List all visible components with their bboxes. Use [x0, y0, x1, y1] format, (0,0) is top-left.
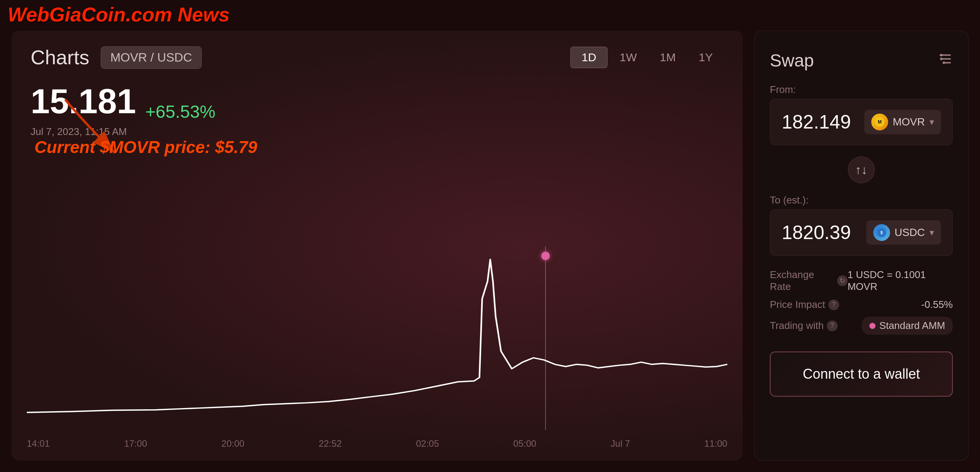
amm-dot [869, 323, 875, 329]
x-label-5: 05:00 [513, 438, 536, 449]
x-label-3: 22:52 [319, 438, 342, 449]
swap-direction-button[interactable]: ↑↓ [770, 156, 953, 183]
x-label-1: 17:00 [124, 438, 147, 449]
from-token-chevron: ▾ [929, 117, 934, 127]
from-token-name: MOVR [893, 116, 925, 128]
connect-wallet-button[interactable]: Connect to a wallet [770, 352, 953, 397]
price-impact-help[interactable]: ? [828, 299, 839, 310]
amm-label: Standard AMM [879, 320, 945, 332]
chart-vertical-line [545, 246, 546, 430]
trading-with-row: Trading with ? Standard AMM [770, 317, 953, 335]
timeframe-buttons: 1D 1W 1M 1Y [570, 47, 724, 68]
from-token-selector[interactable]: M MOVR ▾ [864, 110, 941, 134]
from-amount: 182.149 [782, 111, 851, 133]
timeframe-1y[interactable]: 1Y [688, 47, 724, 68]
svg-point-5 [942, 61, 945, 64]
price-impact-row: Price Impact ? -0.55% [770, 299, 953, 311]
svg-point-4 [940, 57, 943, 60]
to-token-chevron: ▾ [929, 227, 934, 238]
to-section: To (est.): 1820.39 $ USDC ▾ [770, 194, 953, 256]
site-header: WebGiaCoin.com News [0, 0, 237, 29]
to-label: To (est.): [770, 194, 953, 206]
from-label: From: [770, 84, 953, 96]
price-date: Jul 7, 2023, 11:15 AM [31, 126, 724, 138]
swap-header: Swap [770, 50, 953, 71]
x-label-2: 20:00 [221, 438, 244, 449]
swap-arrow-icon: ↑↓ [855, 163, 867, 177]
timeframe-1m[interactable]: 1M [649, 47, 687, 68]
trading-with-help[interactable]: ? [827, 321, 838, 331]
swap-info: Exchange Rate ↻ 1 USDC = 0.1001 MOVR Pri… [770, 269, 953, 335]
charts-panel: Charts MOVR / USDC 1D 1W 1M 1Y 15.181 +6… [11, 31, 743, 461]
swap-arrow-circle[interactable]: ↑↓ [848, 156, 875, 183]
price-annotation: Current $MOVR price: $5.79 [34, 138, 257, 157]
timeframe-1d[interactable]: 1D [570, 47, 607, 68]
from-section: From: 182.149 M MOVR ▾ [770, 84, 953, 145]
site-title: WebGiaCoin.com News [8, 3, 230, 26]
price-impact-label: Price Impact ? [770, 299, 839, 311]
to-token-selector[interactable]: $ USDC ▾ [866, 220, 941, 245]
exchange-rate-help[interactable]: ↻ [837, 275, 848, 286]
pair-badge[interactable]: MOVR / USDC [101, 46, 201, 69]
trading-with-label: Trading with ? [770, 320, 838, 332]
main-layout: Charts MOVR / USDC 1D 1W 1M 1Y 15.181 +6… [11, 31, 969, 461]
exchange-rate-label: Exchange Rate ↻ [770, 269, 848, 293]
amm-badge: Standard AMM [862, 317, 953, 335]
chart-area: 14:01 17:00 20:00 22:52 02:05 05:00 Jul … [27, 246, 727, 430]
svg-text:$: $ [880, 230, 883, 235]
settings-icon[interactable] [938, 51, 953, 70]
price-section: 15.181 +65.53% Jul 7, 2023, 11:15 AM [31, 84, 724, 138]
price-change: +65.53% [145, 101, 216, 122]
to-token-name: USDC [895, 226, 925, 239]
price-impact-value: -0.55% [921, 299, 953, 311]
chart-x-labels: 14:01 17:00 20:00 22:52 02:05 05:00 Jul … [27, 438, 727, 449]
to-input-box[interactable]: 1820.39 $ USDC ▾ [770, 209, 953, 256]
x-label-7: 11:00 [704, 438, 727, 449]
svg-point-6 [940, 54, 943, 56]
charts-title: Charts [31, 46, 89, 69]
charts-header: Charts MOVR / USDC 1D 1W 1M 1Y [31, 46, 724, 69]
movr-icon: M [871, 114, 888, 130]
price-chart [27, 246, 727, 430]
exchange-rate-value: 1 USDC = 0.1001 MOVR [848, 269, 953, 293]
x-label-0: 14:01 [27, 438, 50, 449]
timeframe-1w[interactable]: 1W [609, 47, 648, 68]
swap-title: Swap [770, 50, 814, 71]
price-arrow [54, 92, 130, 168]
from-input-box[interactable]: 182.149 M MOVR ▾ [770, 99, 953, 145]
svg-text:M: M [878, 119, 882, 125]
x-label-6: Jul 7 [611, 438, 630, 449]
swap-panel: Swap From: 182.149 [754, 31, 969, 461]
to-amount: 1820.39 [782, 221, 851, 244]
usdc-icon: $ [873, 224, 890, 241]
x-label-4: 02:05 [416, 438, 439, 449]
exchange-rate-row: Exchange Rate ↻ 1 USDC = 0.1001 MOVR [770, 269, 953, 293]
